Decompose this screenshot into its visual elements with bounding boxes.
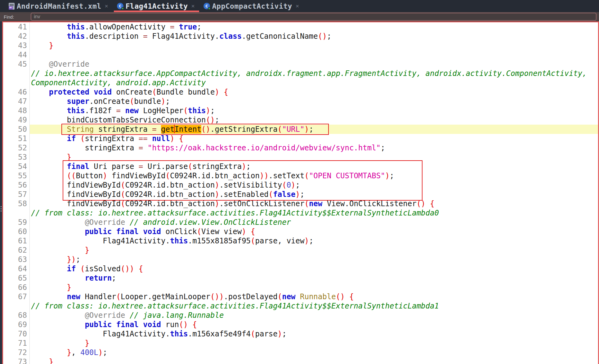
- code-text: findViewById(C0924R.id.btn_action).setEn…: [30, 190, 598, 199]
- code-line-66[interactable]: 66 }: [3, 283, 598, 292]
- code-line-58[interactable]: 58 findViewById(C0924R.id.btn_action).se…: [3, 199, 598, 208]
- code-text: super.onCreate(bundle);: [30, 97, 598, 106]
- tab-label: Flag41Activity: [126, 2, 188, 10]
- code-text: public final void onClick(View view) {: [30, 227, 598, 236]
- code-line-71[interactable]: 71 }: [3, 339, 598, 348]
- line-number: 73: [3, 357, 30, 364]
- code-text: }, 400L);: [30, 348, 598, 357]
- code-text: public final void run() {: [30, 320, 598, 329]
- code-text: }: [30, 246, 598, 255]
- code-line-41[interactable]: 41 this.allowOpenActivity = true;: [3, 22, 598, 32]
- line-number: 59: [3, 218, 30, 227]
- code-line-45[interactable]: 45 @Override: [3, 60, 598, 69]
- line-number: 58: [3, 199, 30, 208]
- code-line-55[interactable]: 55 ((Button) findViewById(C0924R.id.btn_…: [3, 171, 598, 180]
- code-line-wrap[interactable]: // io.hextree.attacksurface.AppCompactAc…: [3, 69, 598, 78]
- tab-androidmanifest-xml[interactable]: MFAndroidManifest.xml×: [5, 0, 113, 12]
- code-line-50[interactable]: 50 String stringExtra = getIntent().getS…: [3, 125, 598, 134]
- code-text: // from class: io.hextree.attacksurface.…: [30, 208, 598, 218]
- code-line-56[interactable]: 56 findViewById(C0924R.id.btn_action).se…: [3, 180, 598, 190]
- code-line-72[interactable]: 72 }, 400L);: [3, 348, 598, 357]
- find-input[interactable]: [31, 13, 597, 21]
- code-line-53[interactable]: 53 }: [3, 153, 598, 162]
- code-text: if (isSolved()) {: [30, 264, 598, 273]
- code-text: this.f182f = new LogHelper(this);: [30, 106, 598, 115]
- code-line-51[interactable]: 51 if (stringExtra == null) {: [3, 134, 598, 143]
- line-number: 55: [3, 171, 30, 180]
- xml-file-icon: MF: [9, 3, 15, 10]
- code-line-46[interactable]: 46 protected void onCreate(Bundle bundle…: [3, 87, 598, 97]
- line-number: 61: [3, 236, 30, 246]
- code-line-48[interactable]: 48 this.f182f = new LogHelper(this);: [3, 106, 598, 115]
- code-line-57[interactable]: 57 findViewById(C0924R.id.btn_action).se…: [3, 190, 598, 199]
- java-class-icon: c: [117, 3, 123, 9]
- code-text: Flag41Activity.this.m156xaf5e49f4(parse)…: [30, 329, 598, 339]
- code-text: @Override: [30, 60, 598, 69]
- line-number: 46: [3, 87, 30, 97]
- line-number: 48: [3, 106, 30, 115]
- code-line-60[interactable]: 60 public final void onClick(View view) …: [3, 227, 598, 236]
- code-text: new Handler(Looper.getMainLooper()).post…: [30, 292, 598, 301]
- tab-flag41activity[interactable]: cFlag41Activity×: [113, 0, 200, 12]
- splitter-drag-handle-icon[interactable]: [0, 206, 2, 213]
- code-line-64[interactable]: 64 if (isSolved()) {: [3, 264, 598, 273]
- code-text: this.allowOpenActivity = true;: [30, 22, 598, 32]
- code-text: bindCustomTabsServiceConnection();: [30, 115, 598, 125]
- code-line-73[interactable]: 73 }: [3, 357, 598, 364]
- line-number: 68: [3, 311, 30, 320]
- line-number: 50: [3, 125, 30, 134]
- code-line-wrap[interactable]: // from class: io.hextree.attacksurface.…: [3, 208, 598, 218]
- code-text: }: [30, 283, 598, 292]
- line-number: 47: [3, 97, 30, 106]
- line-number: 67: [3, 292, 30, 301]
- line-number: 45: [3, 60, 30, 69]
- code-text: // io.hextree.attacksurface.AppCompactAc…: [30, 69, 598, 78]
- code-line-67[interactable]: 67 new Handler(Looper.getMainLooper()).p…: [3, 292, 598, 301]
- line-number: [3, 78, 30, 87]
- code-line-42[interactable]: 42 this.description = Flag41Activity.cla…: [3, 32, 598, 41]
- code-line-wrap[interactable]: // from class: io.hextree.attacksurface.…: [3, 301, 598, 311]
- line-number: 56: [3, 180, 30, 190]
- line-number: 64: [3, 264, 30, 273]
- java-class-icon: c: [203, 3, 210, 9]
- code-text: @Override // java.lang.Runnable: [30, 311, 598, 320]
- code-line-62[interactable]: 62 }: [3, 246, 598, 255]
- code-line-wrap[interactable]: ComponentActivity, android.app.Activity: [3, 78, 598, 87]
- tab-close-icon[interactable]: ×: [105, 3, 108, 10]
- code-line-43[interactable]: 43 }: [3, 41, 598, 50]
- code-text: @Override // android.view.View.OnClickLi…: [30, 218, 598, 227]
- code-text: [30, 50, 598, 60]
- code-line-47[interactable]: 47 super.onCreate(bundle);: [3, 97, 598, 106]
- code-line-54[interactable]: 54 final Uri parse = Uri.parse(stringExt…: [3, 162, 598, 171]
- code-line-70[interactable]: 70 Flag41Activity.this.m156xaf5e49f4(par…: [3, 329, 598, 339]
- code-line-44[interactable]: 44: [3, 50, 598, 60]
- code-line-59[interactable]: 59 @Override // android.view.View.OnClic…: [3, 218, 598, 227]
- tab-close-icon[interactable]: ×: [296, 3, 299, 10]
- line-number: 41: [3, 22, 30, 32]
- code-text: findViewById(C0924R.id.btn_action).setOn…: [30, 199, 598, 208]
- code-line-52[interactable]: 52 stringExtra = "https://oak.hackstree.…: [3, 143, 598, 153]
- code-line-49[interactable]: 49 bindCustomTabsServiceConnection();: [3, 115, 598, 125]
- code-text: stringExtra = "https://oak.hackstree.io/…: [30, 143, 598, 153]
- code-line-63[interactable]: 63 });: [3, 255, 598, 264]
- code-text: }: [30, 357, 598, 364]
- code-text: findViewById(C0924R.id.btn_action).setVi…: [30, 180, 598, 190]
- code-text: }: [30, 153, 598, 162]
- line-number: 43: [3, 41, 30, 50]
- code-line-68[interactable]: 68 @Override // java.lang.Runnable: [3, 311, 598, 320]
- code-line-69[interactable]: 69 public final void run() {: [3, 320, 598, 329]
- code-line-65[interactable]: 65 return;: [3, 273, 598, 283]
- code-editor[interactable]: 41 this.allowOpenActivity = true;42 this…: [2, 21, 599, 364]
- code-text: protected void onCreate(Bundle bundle) {: [30, 87, 598, 97]
- code-line-61[interactable]: 61 Flag41Activity.this.m155x8185af95(par…: [3, 236, 598, 246]
- code-text: // from class: io.hextree.attacksurface.…: [30, 301, 598, 311]
- line-number: 52: [3, 143, 30, 153]
- tab-close-icon[interactable]: ×: [191, 3, 195, 10]
- code-text: String stringExtra = getIntent().getStri…: [30, 125, 598, 134]
- line-number: 65: [3, 273, 30, 283]
- code-text: }: [30, 41, 598, 50]
- line-number: [3, 69, 30, 78]
- tab-appcompactactivity[interactable]: cAppCompactActivity×: [200, 0, 304, 12]
- tab-label: AndroidManifest.xml: [17, 2, 101, 10]
- line-number: 60: [3, 227, 30, 236]
